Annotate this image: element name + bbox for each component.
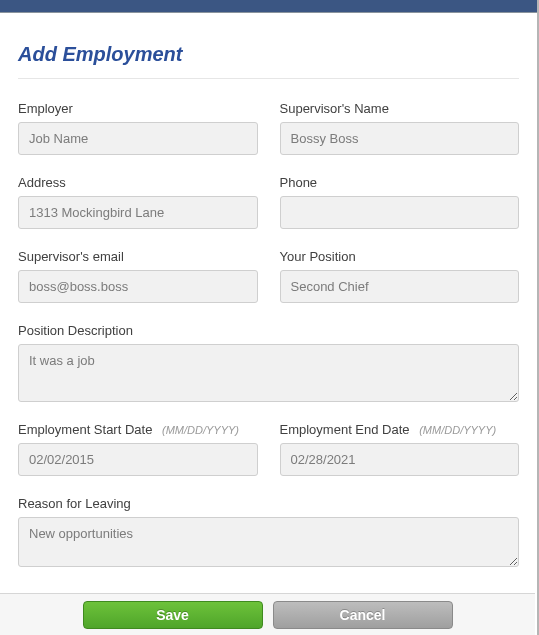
reason-for-leaving-input[interactable] xyxy=(18,517,519,567)
position-description-label: Position Description xyxy=(18,323,519,338)
end-date-label-text: Employment End Date xyxy=(280,422,410,437)
divider xyxy=(18,78,519,79)
modal-footer: Save Cancel xyxy=(0,593,535,635)
your-position-input[interactable] xyxy=(280,270,520,303)
modal-titlebar xyxy=(0,0,537,12)
employer-input[interactable] xyxy=(18,122,258,155)
save-button[interactable]: Save xyxy=(83,601,263,629)
reason-for-leaving-label: Reason for Leaving xyxy=(18,496,519,511)
position-description-input[interactable] xyxy=(18,344,519,402)
supervisor-email-input[interactable] xyxy=(18,270,258,303)
end-date-label: Employment End Date (MM/DD/YYYY) xyxy=(280,422,520,437)
form-body: Add Employment Employer Supervisor's Nam… xyxy=(0,13,537,577)
phone-label: Phone xyxy=(280,175,520,190)
start-date-label: Employment Start Date (MM/DD/YYYY) xyxy=(18,422,258,437)
supervisor-name-label: Supervisor's Name xyxy=(280,101,520,116)
your-position-label: Your Position xyxy=(280,249,520,264)
start-date-hint: (MM/DD/YYYY) xyxy=(162,424,239,436)
start-date-label-text: Employment Start Date xyxy=(18,422,152,437)
cancel-button[interactable]: Cancel xyxy=(273,601,453,629)
employer-label: Employer xyxy=(18,101,258,116)
phone-input[interactable] xyxy=(280,196,520,229)
start-date-input[interactable] xyxy=(18,443,258,476)
supervisor-name-input[interactable] xyxy=(280,122,520,155)
supervisor-email-label: Supervisor's email xyxy=(18,249,258,264)
page-title: Add Employment xyxy=(18,43,519,66)
modal-add-employment: Add Employment Employer Supervisor's Nam… xyxy=(0,0,539,635)
end-date-input[interactable] xyxy=(280,443,520,476)
address-input[interactable] xyxy=(18,196,258,229)
address-label: Address xyxy=(18,175,258,190)
end-date-hint: (MM/DD/YYYY) xyxy=(419,424,496,436)
